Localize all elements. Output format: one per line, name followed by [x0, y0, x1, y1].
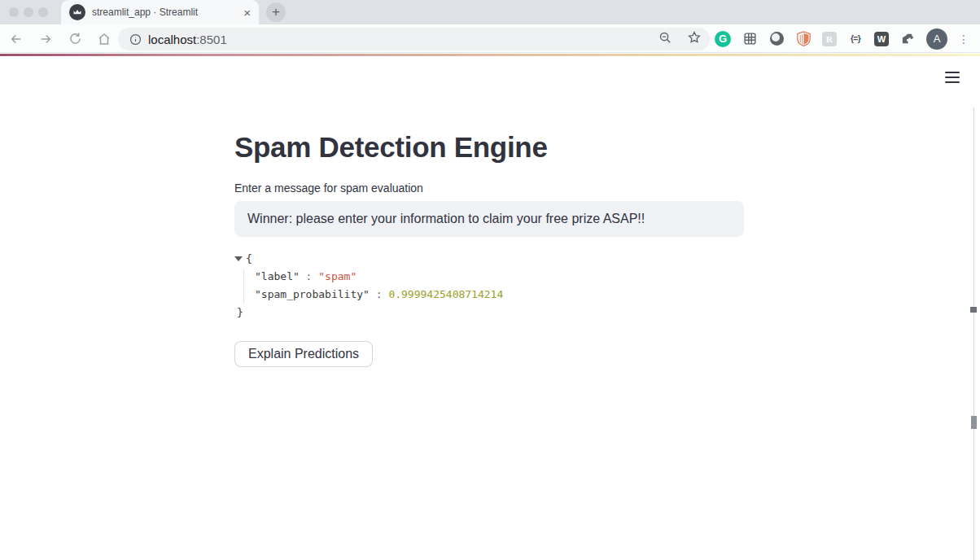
- new-tab-button[interactable]: +: [266, 2, 286, 22]
- home-icon[interactable]: [94, 29, 114, 49]
- page-info-icon[interactable]: [129, 33, 142, 46]
- window-right-edge: [973, 107, 974, 560]
- json-open-line: {: [234, 250, 744, 268]
- json-string-value: "spam": [318, 270, 357, 282]
- browser-tab-strip: streamlit_app · Streamlit × +: [0, 0, 980, 24]
- page-title: Spam Detection Engine: [234, 130, 744, 164]
- scrollbar-artifact: [970, 307, 977, 313]
- shield-extension-icon[interactable]: [795, 31, 812, 47]
- wikipedia-extension-icon[interactable]: W: [874, 32, 889, 46]
- zoom-out-icon[interactable]: [658, 31, 672, 48]
- browser-menu-icon[interactable]: ⋮: [958, 35, 966, 43]
- streamlit-favicon-icon: [69, 4, 85, 20]
- address-bar[interactable]: localhost:8501: [118, 28, 710, 50]
- reload-icon[interactable]: [65, 29, 85, 49]
- json-row-probability: "spam_probability" : 0.9999425408714214: [234, 286, 744, 304]
- streamlit-decoration-bar: [0, 54, 980, 56]
- bookmark-star-icon[interactable]: [687, 30, 702, 48]
- url-port: :8501: [196, 33, 227, 46]
- window-zoom-button[interactable]: [38, 7, 48, 17]
- app-menu-icon[interactable]: [945, 72, 960, 83]
- grid-extension-icon[interactable]: [742, 31, 758, 47]
- extensions-row: G R {=} W A ⋮: [715, 24, 966, 53]
- json-row-label: "label" : "spam": [234, 268, 744, 286]
- json-number-value: 0.9999425408714214: [388, 288, 503, 300]
- browser-tab[interactable]: streamlit_app · Streamlit ×: [61, 0, 259, 24]
- streamlit-app-page: Spam Detection Engine Enter a message fo…: [0, 54, 980, 560]
- browser-toolbar: localhost:8501 G R {=} W A ⋮: [0, 24, 980, 53]
- profile-avatar[interactable]: A: [926, 28, 947, 50]
- tab-close-icon[interactable]: ×: [243, 6, 251, 20]
- grammarly-extension-icon[interactable]: G: [715, 31, 731, 47]
- collapse-caret-icon[interactable]: [234, 256, 243, 261]
- dark-circle-extension-icon[interactable]: [768, 31, 785, 47]
- tab-title: streamlit_app · Streamlit: [92, 7, 238, 18]
- json-indent-guide: [243, 269, 244, 304]
- extensions-puzzle-icon[interactable]: [899, 31, 916, 47]
- back-icon[interactable]: [7, 29, 26, 49]
- url-text: localhost:8501: [148, 33, 227, 46]
- scrollbar-thumb[interactable]: [971, 416, 977, 429]
- text-input-label: Enter a message for spam evaluation: [234, 182, 744, 195]
- r-extension-icon[interactable]: R: [822, 32, 837, 46]
- forward-icon[interactable]: [36, 29, 55, 49]
- message-input[interactable]: [234, 201, 744, 237]
- explain-predictions-button[interactable]: Explain Predictions: [234, 341, 373, 367]
- json-close-line: }: [234, 304, 744, 322]
- main-content: Spam Detection Engine Enter a message fo…: [234, 130, 744, 367]
- json-output: { "label" : "spam" "spam_probability" : …: [234, 250, 744, 322]
- braces-extension-icon[interactable]: {=}: [847, 31, 864, 47]
- window-minimize-button[interactable]: [24, 7, 33, 17]
- window-close-button[interactable]: [9, 7, 19, 17]
- url-host: localhost: [148, 33, 196, 46]
